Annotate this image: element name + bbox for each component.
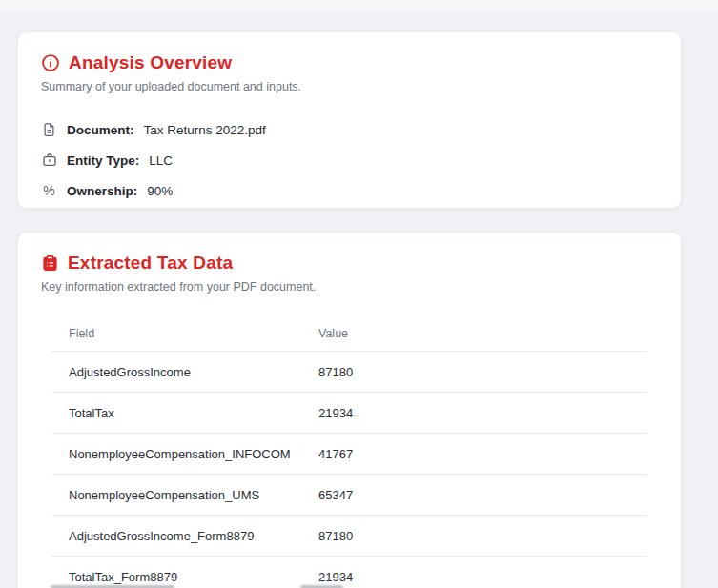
- briefcase-icon: [41, 152, 57, 168]
- clipboard-list-icon: [41, 253, 59, 273]
- ownership-value: 90%: [147, 184, 173, 198]
- value-cell: 87180: [301, 365, 647, 379]
- column-header-field: Field: [51, 327, 301, 340]
- field-cell: NonemployeeCompensation_INFOCOM: [51, 447, 301, 461]
- ownership-label: Ownership:: [67, 184, 137, 198]
- document-row: Document: Tax Returns 2022.pdf: [41, 114, 658, 145]
- field-cell: TotalTax: [51, 406, 301, 420]
- analysis-overview-card: Analysis Overview Summary of your upload…: [17, 31, 682, 209]
- table-row: AdjustedGrossIncome_Form8879 87180: [51, 516, 647, 557]
- value-cell: 65347: [301, 488, 647, 502]
- top-partial-strip: [0, 0, 718, 11]
- analysis-overview-header: Analysis Overview: [41, 52, 658, 73]
- ownership-row: % Ownership: 90%: [41, 175, 658, 206]
- overview-rows: Document: Tax Returns 2022.pdf Entity Ty…: [41, 114, 658, 206]
- table-row: TotalTax_Form8879 21934: [51, 557, 647, 588]
- file-document-icon: [41, 122, 57, 137]
- field-cell: AdjustedGrossIncome: [51, 365, 301, 379]
- entity-type-label: Entity Type:: [67, 153, 139, 168]
- extracted-tax-data-subtitle: Key information extracted from your PDF …: [41, 280, 658, 294]
- table-header-row: Field Value: [51, 316, 647, 352]
- field-cell: NonemployeeCompensation_UMS: [51, 488, 301, 502]
- table-row: TotalTax 21934: [51, 393, 647, 434]
- extracted-tax-data-card: Extracted Tax Data Key information extra…: [17, 232, 682, 588]
- value-cell: 21934: [301, 570, 647, 584]
- analysis-overview-subtitle: Summary of your uploaded document and in…: [41, 80, 658, 93]
- document-label: Document:: [67, 123, 134, 137]
- field-cell: TotalTax_Form8879: [51, 570, 301, 584]
- percent-icon: %: [41, 183, 57, 198]
- table-row: NonemployeeCompensation_UMS 65347: [51, 475, 647, 516]
- value-cell: 41767: [301, 447, 647, 461]
- extracted-tax-data-title: Extracted Tax Data: [68, 253, 233, 274]
- value-cell: 87180: [301, 529, 647, 543]
- column-header-value: Value: [301, 327, 647, 340]
- field-cell: AdjustedGrossIncome_Form8879: [51, 529, 301, 543]
- value-cell: 21934: [301, 406, 647, 420]
- table-row: AdjustedGrossIncome 87180: [51, 352, 647, 393]
- extracted-tax-data-header: Extracted Tax Data: [41, 253, 658, 274]
- document-value: Tax Returns 2022.pdf: [144, 123, 266, 137]
- tax-data-table: Field Value AdjustedGrossIncome 87180 To…: [51, 316, 647, 588]
- entity-type-row: Entity Type: LLC: [41, 145, 658, 175]
- entity-type-value: LLC: [149, 153, 173, 168]
- analysis-overview-title: Analysis Overview: [69, 52, 232, 73]
- info-circle-icon: [41, 53, 60, 72]
- table-row: NonemployeeCompensation_INFOCOM 41767: [51, 434, 647, 475]
